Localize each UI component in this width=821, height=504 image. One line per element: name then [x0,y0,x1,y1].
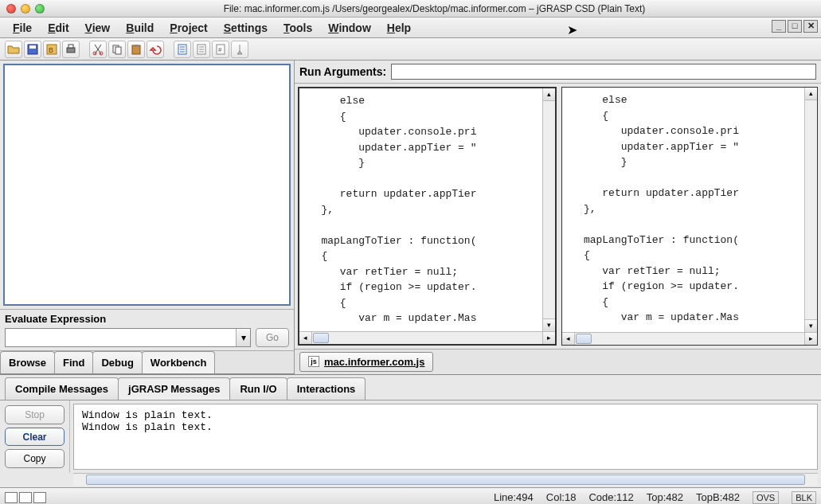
open-file-icon[interactable] [5,41,22,58]
editor-panel: Run Arguments: else { updater.console.pr… [295,61,821,373]
status-top: Top:482 [647,491,683,503]
traffic-lights [6,4,45,14]
menu-tools[interactable]: Tools [276,18,320,37]
menu-build[interactable]: Build [118,18,162,37]
menu-file[interactable]: File [5,18,40,37]
copy-button[interactable]: Copy [5,449,65,468]
layout-2-icon[interactable] [19,492,32,503]
run-arguments-row: Run Arguments: [295,61,821,84]
svg-rect-4 [67,48,75,53]
paste-icon[interactable] [127,41,145,58]
tab-debug[interactable]: Debug [92,351,142,373]
tab-interactions[interactable]: Interactions [287,377,366,400]
left-panel: Evaluate Expression ▾ Go Browse Find Deb… [0,61,295,373]
editor-left[interactable]: else { updater.console.pri updater.appTi… [298,87,557,346]
file-tab[interactable]: js mac.informer.com.js [299,352,433,372]
main-area: Evaluate Expression ▾ Go Browse Find Deb… [0,61,821,373]
menu-window[interactable]: Window [320,18,379,37]
svg-rect-1 [29,45,36,49]
menu-settings[interactable]: Settings [216,18,276,37]
svg-point-6 [93,52,96,55]
evaluate-label: Evaluate Expression [5,313,289,325]
status-col: Col:18 [546,491,577,503]
file-icon: js [308,356,319,367]
vertical-scrollbar[interactable]: ▴▾ [804,88,817,332]
line-numbers-icon[interactable]: # [212,41,229,58]
save-icon[interactable] [24,41,41,58]
save-backup-icon[interactable]: B [43,41,61,58]
cut-icon[interactable] [89,41,107,58]
csd-generate-icon[interactable] [174,41,191,58]
svg-rect-9 [115,47,121,54]
csd-remove-icon[interactable] [193,41,210,58]
tab-compile-messages[interactable]: Compile Messages [5,377,119,400]
code-text-left[interactable]: else { updater.console.pri updater.appTi… [299,88,555,331]
menu-view[interactable]: View [77,18,119,37]
editor-right[interactable]: else { updater.console.pri updater.appTi… [561,87,819,346]
menu-bar: File Edit View Build Project Settings To… [0,18,821,38]
undo-icon[interactable] [147,41,164,58]
status-bar: Line:494 Col:18 Code:112 Top:482 TopB:48… [0,487,821,504]
layout-1-icon[interactable] [5,492,18,503]
evaluate-combo[interactable]: ▾ [5,328,251,347]
copy-icon[interactable] [108,41,126,58]
project-tree[interactable] [3,64,291,306]
chevron-down-icon[interactable]: ▾ [236,329,250,346]
status-line: Line:494 [494,491,534,503]
evaluate-input[interactable] [6,329,236,346]
menu-help[interactable]: Help [379,18,419,37]
file-tab-label: mac.informer.com.js [324,356,424,368]
tab-find[interactable]: Find [54,351,93,373]
message-hscroll[interactable] [73,473,818,486]
print-icon[interactable] [62,41,80,58]
tab-workbench[interactable]: Workbench [142,351,216,373]
toolbar: B # [0,38,821,61]
menu-project[interactable]: Project [162,18,215,37]
status-ovs[interactable]: OVS [753,491,779,504]
vertical-scrollbar[interactable]: ▴▾ [542,88,555,331]
svg-text:B: B [49,46,53,54]
svg-rect-11 [135,45,138,47]
pin-icon[interactable] [231,41,248,58]
layout-3-icon[interactable] [33,492,46,503]
code-text-right[interactable]: else { updater.console.pri updater.appTi… [562,88,818,332]
file-tab-row: js mac.informer.com.js [295,349,821,374]
horizontal-scrollbar[interactable]: ◂▸ [562,332,818,345]
run-arguments-label: Run Arguments: [299,65,386,78]
zoom-window-icon[interactable] [35,4,45,14]
message-tabs: Compile Messages jGRASP Messages Run I/O… [0,375,821,400]
clear-button[interactable]: Clear [5,428,65,447]
status-code: Code:112 [588,491,633,503]
message-buttons: Stop Clear Copy [0,400,70,473]
editor-split: else { updater.console.pri updater.appTi… [295,84,821,349]
svg-text:#: # [218,46,222,53]
run-arguments-input[interactable] [391,64,816,80]
horizontal-scrollbar[interactable]: ◂▸ [299,331,555,344]
tab-browse[interactable]: Browse [0,351,55,373]
title-bar: File: mac.informer.com.js /Users/georgea… [0,0,821,18]
tab-jgrasp-messages[interactable]: jGRASP Messages [118,377,230,400]
window-title: File: mac.informer.com.js /Users/georgea… [54,3,815,14]
go-button[interactable]: Go [256,328,289,347]
stop-button[interactable]: Stop [5,405,65,424]
evaluate-expression-panel: Evaluate Expression ▾ Go [0,309,294,350]
message-output[interactable]: Window is plain text. Window is plain te… [73,404,818,470]
messages-panel: Compile Messages jGRASP Messages Run I/O… [0,373,821,486]
close-icon[interactable]: ✕ [803,20,818,33]
status-blk[interactable]: BLK [792,491,816,504]
close-window-icon[interactable] [6,4,16,14]
svg-point-7 [100,52,103,55]
status-topb: TopB:482 [696,491,740,503]
status-layout-icons[interactable] [5,492,46,503]
minimize-window-icon[interactable] [21,4,30,14]
menu-edit[interactable]: Edit [40,18,76,37]
left-tabs: Browse Find Debug Workbench [0,350,294,373]
tab-run-io[interactable]: Run I/O [229,377,287,400]
maximize-icon[interactable]: □ [788,20,802,33]
minimize-icon[interactable]: _ [772,20,786,33]
svg-rect-5 [68,45,73,48]
